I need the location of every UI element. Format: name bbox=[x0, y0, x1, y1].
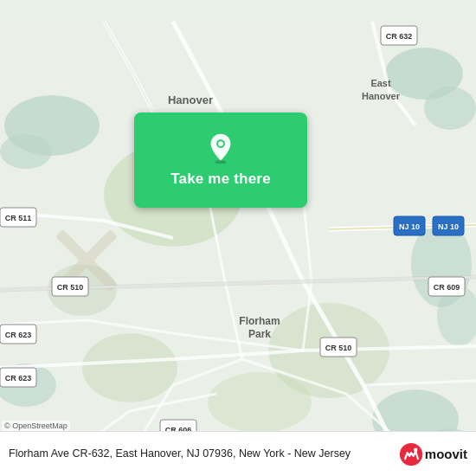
svg-text:NJ 10: NJ 10 bbox=[438, 222, 459, 231]
moovit-text: moovit bbox=[425, 447, 467, 461]
svg-text:Hanover: Hanover bbox=[362, 91, 401, 101]
svg-text:CR 511: CR 511 bbox=[5, 214, 32, 222]
osm-attribution: © OpenStreetMap bbox=[2, 421, 70, 431]
svg-point-48 bbox=[414, 447, 417, 451]
map-background: CR 511 CR 623 CR 623 CR 510 CR 510 CR 60… bbox=[0, 0, 476, 476]
svg-text:Hanover: Hanover bbox=[168, 93, 213, 106]
svg-text:CR 623: CR 623 bbox=[5, 331, 32, 339]
svg-text:NJ 10: NJ 10 bbox=[399, 222, 420, 231]
svg-text:East: East bbox=[370, 78, 391, 88]
button-overlay: Take me there bbox=[134, 113, 307, 208]
map-container: CR 511 CR 623 CR 623 CR 510 CR 510 CR 60… bbox=[0, 0, 476, 476]
svg-point-13 bbox=[82, 333, 177, 402]
svg-text:CR 632: CR 632 bbox=[386, 32, 413, 41]
svg-text:CR 623: CR 623 bbox=[5, 374, 32, 383]
map-pin-icon bbox=[205, 132, 236, 164]
svg-text:Park: Park bbox=[248, 328, 271, 340]
address-text: Florham Ave CR-632, East Hanover, NJ 079… bbox=[9, 447, 392, 462]
osm-text: © OpenStreetMap bbox=[4, 421, 68, 430]
take-me-there-button[interactable]: Take me there bbox=[134, 113, 307, 208]
svg-point-4 bbox=[424, 87, 476, 130]
bottom-bar: Florham Ave CR-632, East Hanover, NJ 079… bbox=[0, 431, 476, 476]
svg-text:CR 510: CR 510 bbox=[57, 283, 84, 292]
moovit-icon bbox=[399, 442, 423, 466]
svg-text:CR 609: CR 609 bbox=[434, 283, 460, 292]
moovit-logo: moovit bbox=[399, 442, 467, 466]
svg-text:Florham: Florham bbox=[239, 315, 280, 327]
svg-point-46 bbox=[218, 141, 223, 146]
svg-point-2 bbox=[0, 134, 52, 169]
button-label: Take me there bbox=[170, 170, 271, 188]
svg-text:CR 510: CR 510 bbox=[325, 344, 352, 352]
svg-point-14 bbox=[208, 372, 312, 433]
